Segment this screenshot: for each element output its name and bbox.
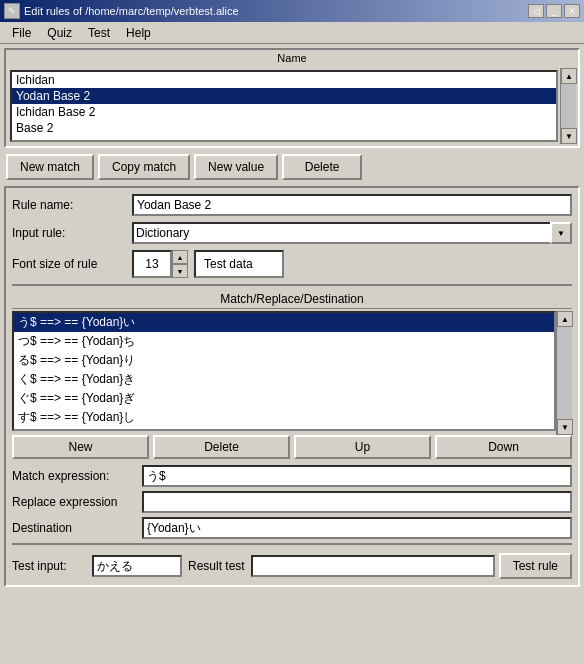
input-rule-select-wrapper: Dictionary Hiragana Romaji None ▼ bbox=[132, 222, 572, 244]
scroll-track[interactable] bbox=[561, 84, 576, 128]
scroll-down-btn[interactable]: ▼ bbox=[561, 128, 577, 144]
font-size-input[interactable] bbox=[132, 250, 172, 278]
title-bar: ✎ Edit rules of /home/marc/temp/verbtest… bbox=[0, 0, 584, 22]
copy-match-button[interactable]: Copy match bbox=[98, 154, 190, 180]
match-expression-input[interactable] bbox=[142, 465, 572, 487]
destination-input[interactable] bbox=[142, 517, 572, 539]
destination-row: Destination bbox=[12, 517, 572, 539]
result-test-label: Result test bbox=[188, 559, 245, 573]
replace-expression-input[interactable] bbox=[142, 491, 572, 513]
match-delete-button[interactable]: Delete bbox=[153, 435, 290, 459]
title-bar-left: ✎ Edit rules of /home/marc/temp/verbtest… bbox=[4, 3, 239, 19]
main-toolbar: New match Copy match New value Delete bbox=[4, 152, 580, 182]
name-list[interactable]: Ichidan Yodan Base 2 Ichidan Base 2 Base… bbox=[10, 70, 558, 142]
new-match-button[interactable]: New match bbox=[6, 154, 94, 180]
match-list-item[interactable]: す$ ==> == {Yodan}し bbox=[14, 408, 554, 427]
match-list-item[interactable]: ぐ$ ==> == {Yodan}ぎ bbox=[14, 389, 554, 408]
match-new-button[interactable]: New bbox=[12, 435, 149, 459]
match-list-item[interactable]: ぬ$ ==> == {Yodan}に bbox=[14, 427, 554, 431]
match-expression-row: Match expression: bbox=[12, 465, 572, 487]
menu-test[interactable]: Test bbox=[80, 24, 118, 42]
rule-panel: Rule name: Input rule: Dictionary Hiraga… bbox=[4, 186, 580, 587]
rule-name-label: Rule name: bbox=[12, 198, 132, 212]
test-rule-button[interactable]: Test rule bbox=[499, 553, 572, 579]
match-list-item[interactable]: う$ ==> == {Yodan}い bbox=[14, 313, 554, 332]
match-toolbar: New Delete Up Down bbox=[12, 435, 572, 459]
menu-file[interactable]: File bbox=[4, 24, 39, 42]
rule-name-input[interactable] bbox=[132, 194, 572, 216]
menu-bar: File Quiz Test Help bbox=[0, 22, 584, 44]
destination-label: Destination bbox=[12, 521, 142, 535]
name-section-label: Name bbox=[6, 50, 578, 66]
match-list[interactable]: う$ ==> == {Yodan}い つ$ ==> == {Yodan}ち る$… bbox=[12, 311, 556, 431]
scroll-up-btn[interactable]: ▲ bbox=[561, 68, 577, 84]
font-size-label: Font size of rule bbox=[12, 257, 132, 271]
select-arrow-icon[interactable]: ▼ bbox=[550, 222, 572, 244]
test-row: Test input: Result test Test rule bbox=[12, 553, 572, 579]
list-item[interactable]: Ichidan Base 2 bbox=[12, 104, 556, 120]
rule-name-row: Rule name: bbox=[12, 194, 572, 216]
match-header: Match/Replace/Destination bbox=[12, 290, 572, 309]
main-content: Name Ichidan Yodan Base 2 Ichidan Base 2… bbox=[0, 44, 584, 591]
spinner-down-btn[interactable]: ▼ bbox=[172, 264, 188, 278]
menu-help[interactable]: Help bbox=[118, 24, 159, 42]
match-scroll-down-btn[interactable]: ▼ bbox=[557, 419, 573, 435]
title-bar-buttons: ◁ _ ✕ bbox=[528, 4, 580, 18]
replace-expression-row: Replace expression bbox=[12, 491, 572, 513]
match-scroll-up-btn[interactable]: ▲ bbox=[557, 311, 573, 327]
replace-expression-label: Replace expression bbox=[12, 495, 142, 509]
test-input[interactable] bbox=[92, 555, 182, 577]
input-rule-row: Input rule: Dictionary Hiragana Romaji N… bbox=[12, 222, 572, 244]
test-data-box: Test data bbox=[194, 250, 284, 278]
list-item[interactable]: Yodan Base 2 bbox=[12, 88, 556, 104]
match-expression-label: Match expression: bbox=[12, 469, 142, 483]
expression-form: Match expression: Replace expression Des… bbox=[12, 465, 572, 539]
delete-button[interactable]: Delete bbox=[282, 154, 362, 180]
match-down-button[interactable]: Down bbox=[435, 435, 572, 459]
menu-quiz[interactable]: Quiz bbox=[39, 24, 80, 42]
match-scrollbar[interactable]: ▲ ▼ bbox=[556, 311, 572, 435]
app-icon: ✎ bbox=[4, 3, 20, 19]
result-input[interactable] bbox=[251, 555, 495, 577]
new-value-button[interactable]: New value bbox=[194, 154, 278, 180]
close-button[interactable]: ✕ bbox=[564, 4, 580, 18]
match-section: Match/Replace/Destination う$ ==> == {Yod… bbox=[12, 290, 572, 579]
spinner-buttons: ▲ ▼ bbox=[172, 250, 188, 278]
spinner-up-btn[interactable]: ▲ bbox=[172, 250, 188, 264]
match-up-button[interactable]: Up bbox=[294, 435, 431, 459]
input-rule-label: Input rule: bbox=[12, 226, 132, 240]
divider bbox=[12, 284, 572, 286]
match-list-wrapper: う$ ==> == {Yodan}い つ$ ==> == {Yodan}ち る$… bbox=[12, 311, 572, 435]
font-size-spinner: ▲ ▼ bbox=[132, 250, 188, 278]
window-title: Edit rules of /home/marc/temp/verbtest.a… bbox=[24, 5, 239, 17]
input-rule-select[interactable]: Dictionary Hiragana Romaji None bbox=[132, 222, 552, 244]
scroll-left-btn[interactable]: ◁ bbox=[528, 4, 544, 18]
test-input-label: Test input: bbox=[12, 559, 92, 573]
match-scroll-track[interactable] bbox=[557, 327, 572, 419]
name-scrollbar[interactable]: ▲ ▼ bbox=[560, 68, 576, 144]
match-list-item[interactable]: つ$ ==> == {Yodan}ち bbox=[14, 332, 554, 351]
match-list-item[interactable]: る$ ==> == {Yodan}り bbox=[14, 351, 554, 370]
name-section: Name Ichidan Yodan Base 2 Ichidan Base 2… bbox=[4, 48, 580, 148]
list-item[interactable]: Ichidan bbox=[12, 72, 556, 88]
minimize-button[interactable]: _ bbox=[546, 4, 562, 18]
match-list-item[interactable]: く$ ==> == {Yodan}き bbox=[14, 370, 554, 389]
font-size-row: Font size of rule ▲ ▼ Test data bbox=[12, 250, 572, 278]
list-item[interactable]: Base 2 bbox=[12, 120, 556, 136]
